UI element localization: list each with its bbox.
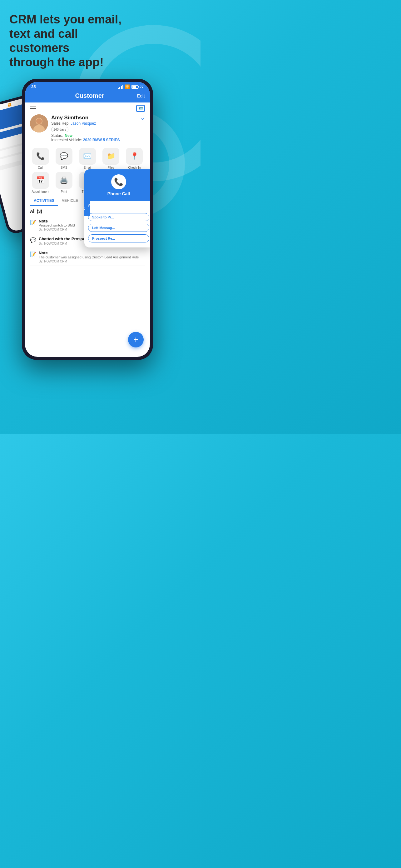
battery-icon [132,85,138,89]
popup-header: 📞 Phone Call [84,169,150,201]
action-files[interactable]: 📁 Files [101,148,122,169]
hamburger-line-3 [30,110,36,110]
signal-bar-4 [123,85,123,89]
sms-icon: 💬 [56,148,72,165]
activity-subtitle-3: The customer was assigned using Custom L… [39,255,145,259]
status-icons: 🛜 77 [118,84,144,89]
customer-info: Amy Simthson ⌄ Sales Rep: Jason Vasquez … [51,114,145,142]
activity-item-3: 📝 Note The customer was assigned using C… [30,248,145,266]
signal-bar-3 [121,86,122,89]
signal-bar-2 [119,87,120,89]
customer-section: Amy Simthson ⌄ Sales Rep: Jason Vasquez … [25,114,150,145]
popup-options: Spoke to Pr... Left Messag... Prospect R… [84,211,150,247]
customer-name: Amy Simthson [51,115,89,121]
call-icon: 📞 [32,148,49,165]
appointment-icon: 📅 [32,172,49,189]
popup-option-2[interactable]: Left Messag... [88,224,149,232]
activity-row-3: 📝 Note The customer was assigned using C… [30,251,145,263]
sales-rep-row: Sales Rep: Jason Vasquez [51,121,145,126]
hamburger-menu[interactable] [30,106,36,110]
chevron-down-icon[interactable]: ⌄ [140,114,145,121]
print-icon: 🖨️ [56,172,72,189]
battery-percent: 77 [140,85,144,89]
signal-bar-1 [118,88,119,89]
phones-container: 📶 🛜 97 ings Price 35 [0,79,201,407]
headline-line1: CRM lets you email, [9,13,122,26]
activity-chat-icon: 💬 [30,237,36,243]
customer-header: Amy Simthson ⌄ Sales Rep: Jason Vasquez … [30,114,145,142]
headline-line3: through the app! [9,56,104,69]
tab-activities[interactable]: ACTIVITIES [30,196,58,206]
avatar [30,114,48,132]
headline-line2: text and call customers [9,27,78,55]
action-checkin[interactable]: 📍 Check-In [124,148,145,169]
contact-card-icon[interactable]: 🪪 [136,105,145,112]
email-label: Email [83,166,91,169]
tab-vehicle[interactable]: VEHICLE [58,196,82,206]
files-icon: 📁 [102,148,119,165]
sales-rep-name[interactable]: Jason Vasquez [71,121,96,126]
hamburger-line-1 [30,106,36,107]
popup-subtitle: Select a Disp... [84,201,150,211]
appointment-label: Appointment [32,190,49,193]
headline: CRM lets you email, text and call custom… [0,0,131,75]
popup-phone-symbol: 📞 [114,178,123,186]
files-label: Files [108,166,114,169]
battery-fill [132,86,136,88]
phone-back-wifi: 🛜 [7,103,11,107]
popup-panel: ‹ 📞 Phone Call Select a Disp... Spoke to… [84,169,150,247]
call-label: Call [38,166,43,169]
phone-main-screen: 35 🛜 77 [25,82,150,357]
action-email[interactable]: ✉️ Email [77,148,98,169]
wifi-icon: 🛜 [125,84,130,89]
activity-note-icon-3: 📝 [30,251,36,257]
app-title: Customer [42,92,137,99]
phone-main: 35 🛜 77 [22,79,153,360]
action-call[interactable]: 📞 Call [30,148,51,169]
checkin-label: Check-In [128,166,140,169]
activity-content-3: Note The customer was assigned using Cus… [39,251,145,263]
status-label: Status: [51,133,63,138]
app-header: Customer Edit [25,90,150,102]
popup-title: Phone Call [107,191,130,196]
avatar-image [30,114,48,132]
status-time: 35 [31,84,36,89]
status-value: New [65,133,72,138]
vehicle-value: 2020 BMW 5 SERIES [83,138,120,142]
popup-phone-icon: 📞 [111,174,126,189]
edit-button[interactable]: Edit [137,93,145,98]
status-row: Status: New [51,133,145,138]
popup-option-1[interactable]: Spoke to Pr... [88,213,149,221]
print-label: Print [61,190,67,193]
status-bar: 35 🛜 77 [25,82,150,90]
action-sms[interactable]: 💬 SMS [54,148,74,169]
activity-by-3: By: NOWCOM CRM [39,260,145,263]
battery-tip [138,86,139,88]
vehicle-label: Interested Vehicle: [51,138,82,142]
signal-bars-icon [118,85,123,89]
sales-rep-label: Sales Rep: [51,121,70,126]
checkin-icon: 📍 [126,148,143,165]
days-badge: 140 days [51,127,68,132]
top-bar: 🪪 [25,102,150,114]
activities-title: All (3) [30,209,42,214]
sms-label: SMS [61,166,67,169]
popup-option-3[interactable]: Prospect Re... [88,234,149,243]
activity-title-3: Note [39,251,145,255]
fab-button[interactable]: + [128,332,144,347]
activity-note-icon-1: 📝 [30,219,36,225]
action-print[interactable]: 🖨️ Print [54,172,74,193]
svg-point-3 [36,118,42,124]
hamburger-line-2 [30,108,36,109]
email-icon: ✉️ [79,148,96,165]
vehicle-row: Interested Vehicle: 2020 BMW 5 SERIES [51,138,145,142]
action-appointment[interactable]: 📅 Appointment [30,172,51,193]
